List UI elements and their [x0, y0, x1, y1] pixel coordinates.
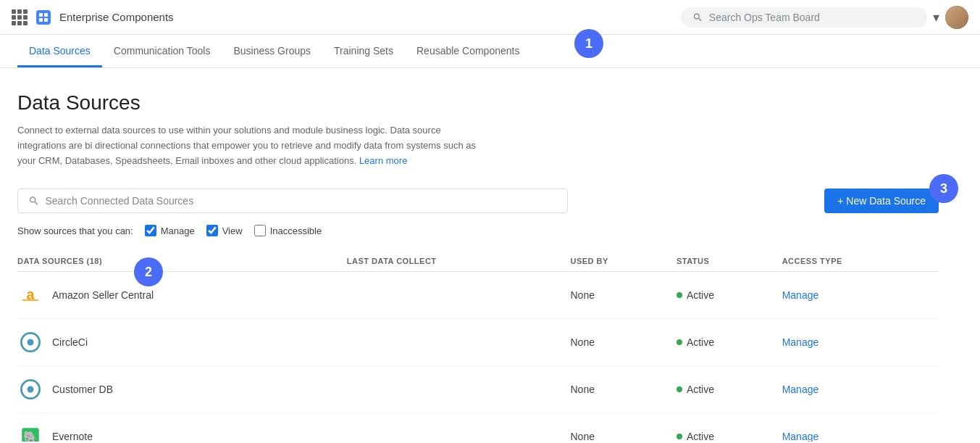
main-content-area: Data Sources Connect to external data so…	[0, 68, 956, 442]
col-status: STATUS	[677, 251, 782, 272]
source-name-cell: CircleCi	[17, 319, 347, 366]
source-name: CircleCi	[52, 336, 88, 348]
svg-rect-1	[44, 13, 48, 17]
top-header: Enterprise Components ▾	[0, 0, 980, 35]
svg-point-7	[28, 339, 34, 346]
used-by-cell: None	[570, 272, 676, 319]
status-cell: Active	[677, 272, 782, 319]
source-name: Amazon Seller Central	[52, 289, 154, 301]
source-name-cell: Customer DB	[17, 366, 347, 413]
filter-label: Show sources that you can:	[17, 225, 133, 236]
status-active: Active	[677, 384, 774, 395]
source-name-cell: a Amazon Seller Central	[17, 272, 347, 319]
last-collect-cell	[347, 366, 571, 413]
inaccessible-label: Inaccessible	[270, 225, 322, 236]
col-used-by: USED BY	[570, 251, 676, 272]
used-by-cell: None	[570, 413, 676, 442]
header-right: ▾	[681, 6, 968, 29]
tab-reusable-components[interactable]: Reusable Components	[405, 35, 531, 67]
search-icon	[692, 12, 703, 23]
status-cell: Active	[677, 319, 782, 366]
svg-rect-5	[22, 300, 38, 302]
badge-1: 1	[574, 29, 603, 58]
source-cell: CircleCi	[17, 329, 338, 355]
tab-business-groups[interactable]: Business Groups	[222, 35, 322, 67]
status-dot	[677, 292, 682, 298]
status-active: Active	[677, 336, 774, 348]
source-cell: 🐘 Evernote	[17, 423, 338, 442]
col-last-collect: LAST DATA COLLECT	[347, 251, 571, 272]
svg-rect-2	[39, 18, 43, 22]
manage-checkbox[interactable]	[145, 225, 156, 236]
manage-filter[interactable]: Manage	[145, 225, 195, 236]
svg-text:🐘: 🐘	[23, 431, 38, 442]
app-title: Enterprise Components	[59, 11, 174, 23]
filter-row: Show sources that you can: Manage View I…	[17, 225, 939, 236]
svg-point-9	[28, 386, 34, 393]
status-dot	[677, 339, 682, 345]
avatar[interactable]	[945, 6, 968, 29]
svg-rect-3	[44, 18, 48, 22]
nav-tabs: Data Sources Communication Tools Busines…	[0, 35, 980, 68]
access-type-link[interactable]: Manage	[782, 384, 819, 395]
status-text: Active	[687, 289, 714, 301]
inaccessible-checkbox[interactable]	[254, 225, 266, 236]
view-checkbox[interactable]	[206, 225, 218, 236]
page-title: Data Sources	[17, 91, 939, 115]
avatar-image	[945, 6, 968, 29]
access-type-link[interactable]: Manage	[782, 431, 819, 442]
status-active: Active	[677, 431, 774, 442]
dropdown-button[interactable]: ▾	[933, 9, 939, 25]
table-row: Customer DB None Active Manage	[17, 366, 939, 413]
table-row: CircleCi None Active Manage	[17, 319, 939, 366]
new-data-source-button[interactable]: + New Data Source	[824, 189, 939, 213]
source-icon-customer-db	[17, 376, 43, 402]
status-text: Active	[687, 384, 714, 395]
inaccessible-filter[interactable]: Inaccessible	[254, 225, 322, 236]
last-collect-cell	[347, 319, 571, 366]
last-collect-cell	[347, 272, 571, 319]
access-type-cell: Manage	[782, 413, 939, 442]
status-dot	[677, 434, 682, 439]
access-type-link[interactable]: Manage	[782, 336, 819, 348]
status-text: Active	[687, 336, 714, 348]
badge-2: 2	[134, 257, 163, 286]
used-by-cell: None	[570, 366, 676, 413]
source-icon-circleci	[17, 329, 43, 355]
svg-rect-0	[39, 13, 43, 17]
access-type-link[interactable]: Manage	[782, 289, 819, 301]
last-collect-cell	[347, 413, 571, 442]
status-cell: Active	[677, 366, 782, 413]
badge-3: 3	[929, 174, 958, 203]
source-search-input[interactable]	[45, 195, 557, 207]
status-text: Active	[687, 431, 714, 442]
tab-communication-tools[interactable]: Communication Tools	[102, 35, 222, 67]
view-label: View	[222, 225, 243, 236]
source-search-icon	[28, 195, 39, 207]
toolbar: + New Data Source	[17, 189, 939, 213]
global-search-bar[interactable]	[681, 7, 927, 28]
status-dot	[677, 386, 682, 392]
source-cell: a Amazon Seller Central	[17, 282, 338, 308]
grid-menu-icon[interactable]	[12, 9, 28, 25]
source-name: Customer DB	[52, 384, 113, 395]
view-filter[interactable]: View	[206, 225, 243, 236]
used-by-cell: None	[570, 319, 676, 366]
header-left: Enterprise Components	[12, 9, 174, 25]
page-content: Data Sources Connect to external data so…	[0, 68, 980, 442]
col-access-type: ACCESS TYPE	[782, 251, 939, 272]
source-name-cell: 🐘 Evernote	[17, 413, 347, 442]
page-description: Connect to external data sources to use …	[17, 123, 481, 168]
tab-data-sources[interactable]: Data Sources	[17, 35, 102, 67]
app-logo	[36, 10, 51, 25]
access-type-cell: Manage	[782, 272, 939, 319]
table-row: 🐘 Evernote None Active Manage	[17, 413, 939, 442]
access-type-cell: Manage	[782, 366, 939, 413]
learn-more-link[interactable]: Learn more	[359, 155, 407, 166]
global-search-input[interactable]	[709, 12, 916, 23]
access-type-cell: Manage	[782, 319, 939, 366]
col-name: DATA SOURCES (18)	[17, 251, 347, 272]
source-icon-evernote: 🐘	[17, 423, 43, 442]
tab-training-sets[interactable]: Training Sets	[322, 35, 405, 67]
source-search-bar[interactable]	[17, 189, 568, 213]
